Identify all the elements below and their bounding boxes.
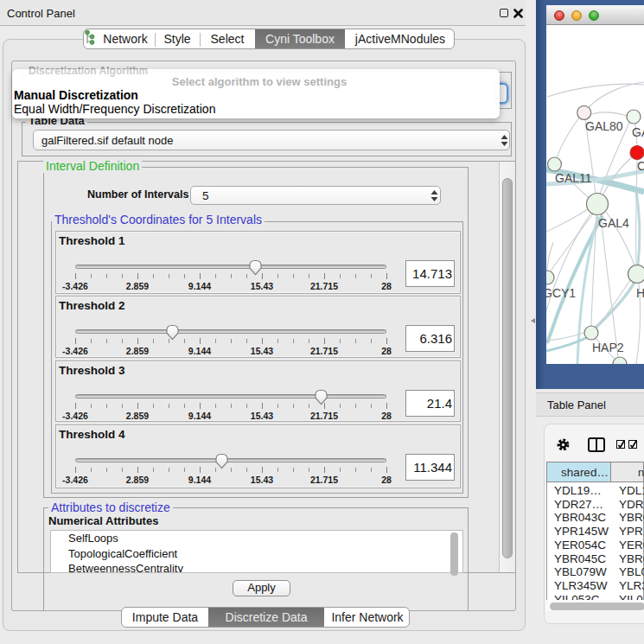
svg-text:GA: GA: [632, 125, 644, 139]
svg-text:H: H: [636, 286, 644, 300]
svg-text:GAL80: GAL80: [585, 119, 623, 133]
svg-text:GAL11: GAL11: [555, 171, 592, 185]
svg-text:GCY1: GCY1: [546, 286, 576, 300]
svg-text:GAL4: GAL4: [598, 216, 629, 230]
svg-text:HAP2: HAP2: [592, 341, 624, 354]
svg-text:C: C: [637, 159, 644, 173]
